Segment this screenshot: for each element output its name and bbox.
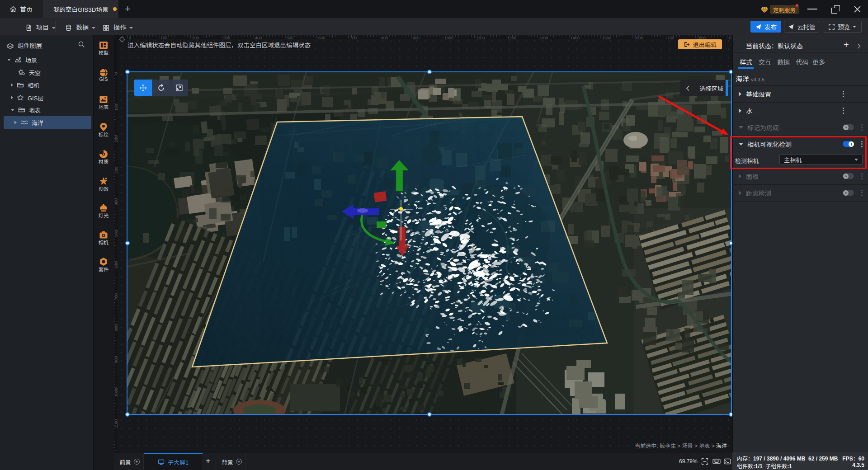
svg-text:900: 900 bbox=[413, 36, 420, 40]
svg-text:800: 800 bbox=[381, 36, 388, 40]
svg-text:300: 300 bbox=[223, 36, 230, 40]
svg-text:300: 300 bbox=[114, 167, 118, 174]
svg-text:100: 100 bbox=[114, 104, 118, 111]
svg-text:1000: 1000 bbox=[444, 36, 453, 40]
svg-text:1100: 1100 bbox=[114, 419, 118, 428]
svg-text:400: 400 bbox=[255, 36, 262, 40]
svg-text:1600: 1600 bbox=[634, 36, 643, 40]
svg-text:1200: 1200 bbox=[507, 36, 516, 40]
svg-text:700: 700 bbox=[350, 36, 357, 40]
svg-text:1900: 1900 bbox=[728, 36, 732, 40]
svg-text:0: 0 bbox=[129, 36, 131, 40]
svg-text:700: 700 bbox=[114, 293, 118, 300]
svg-text:1300: 1300 bbox=[539, 36, 548, 40]
svg-text:900: 900 bbox=[114, 356, 118, 363]
svg-text:800: 800 bbox=[114, 324, 118, 331]
svg-text:200: 200 bbox=[114, 136, 118, 142]
svg-text:1000: 1000 bbox=[114, 388, 118, 397]
svg-text:1700: 1700 bbox=[665, 36, 674, 40]
svg-text:1100: 1100 bbox=[476, 36, 485, 40]
svg-text:1400: 1400 bbox=[571, 36, 580, 40]
svg-text:100: 100 bbox=[160, 36, 167, 40]
svg-text:200: 200 bbox=[192, 36, 199, 40]
svg-text:400: 400 bbox=[114, 198, 118, 205]
svg-text:600: 600 bbox=[114, 262, 118, 268]
svg-text:600: 600 bbox=[318, 36, 325, 40]
svg-text:500: 500 bbox=[287, 36, 293, 40]
svg-text:0: 0 bbox=[114, 72, 118, 75]
svg-text:500: 500 bbox=[114, 230, 118, 237]
svg-text:1500: 1500 bbox=[602, 36, 611, 40]
